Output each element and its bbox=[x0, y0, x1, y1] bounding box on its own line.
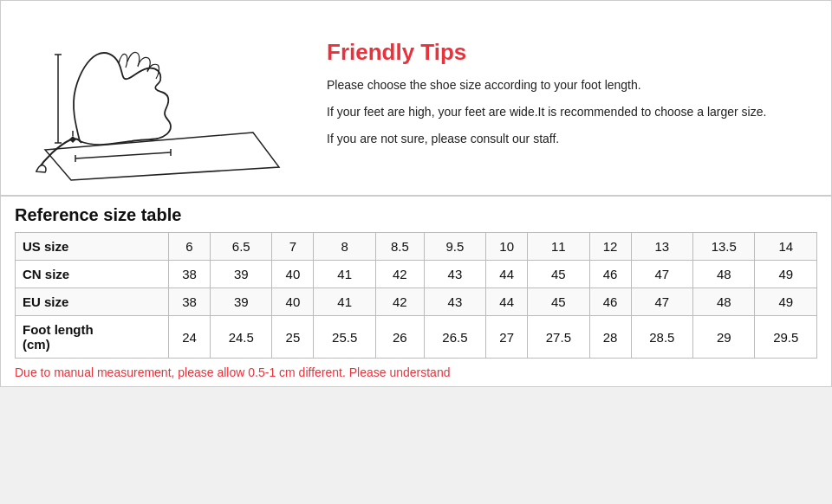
table-cell: 10 bbox=[486, 233, 528, 261]
table-cell: 48 bbox=[693, 288, 755, 316]
table-cell: 26 bbox=[375, 316, 424, 359]
table-cell: 49 bbox=[755, 288, 817, 316]
top-section: Friendly Tips Please choose the shoe siz… bbox=[1, 1, 831, 197]
disclaimer: Due to manual measurement, please allow … bbox=[15, 365, 817, 379]
table-cell: 24.5 bbox=[211, 316, 272, 359]
table-cell: 39 bbox=[211, 261, 272, 288]
table-cell: 45 bbox=[528, 261, 589, 288]
table-cell: 44 bbox=[486, 288, 528, 316]
table-row: CN size383940414243444546474849 bbox=[16, 261, 817, 288]
table-cell: 48 bbox=[693, 261, 755, 288]
table-cell: 46 bbox=[589, 261, 631, 288]
svg-marker-0 bbox=[45, 132, 279, 180]
table-cell: 42 bbox=[375, 288, 424, 316]
table-cell: 6 bbox=[168, 233, 210, 261]
table-section: Reference size table US size66.5788.59.5… bbox=[1, 197, 831, 386]
table-cell: 9.5 bbox=[424, 233, 485, 261]
main-container: Friendly Tips Please choose the shoe siz… bbox=[0, 0, 832, 387]
row-label: Foot length(cm) bbox=[16, 316, 169, 359]
table-title: Reference size table bbox=[15, 205, 817, 225]
table-cell: 38 bbox=[168, 288, 210, 316]
row-label: CN size bbox=[16, 261, 169, 288]
table-cell: 40 bbox=[272, 288, 314, 316]
table-cell: 13.5 bbox=[693, 233, 755, 261]
table-cell: 41 bbox=[314, 288, 375, 316]
table-cell: 42 bbox=[375, 261, 424, 288]
table-cell: 6.5 bbox=[211, 233, 272, 261]
table-cell: 11 bbox=[528, 233, 589, 261]
table-cell: 47 bbox=[631, 261, 692, 288]
table-cell: 29.5 bbox=[755, 316, 817, 359]
table-cell: 8.5 bbox=[375, 233, 424, 261]
table-cell: 38 bbox=[168, 261, 210, 288]
table-cell: 43 bbox=[424, 261, 485, 288]
table-cell: 12 bbox=[589, 233, 631, 261]
row-label: EU size bbox=[16, 288, 169, 316]
tips-line3: If you are not sure, please consult our … bbox=[327, 130, 817, 148]
tips-line2: If your feet are high, your feet are wid… bbox=[327, 103, 817, 121]
table-cell: 28 bbox=[589, 316, 631, 359]
table-cell: 44 bbox=[486, 261, 528, 288]
table-cell: 29 bbox=[693, 316, 755, 359]
table-cell: 14 bbox=[755, 233, 817, 261]
table-cell: 28.5 bbox=[631, 316, 692, 359]
table-cell: 46 bbox=[589, 288, 631, 316]
size-table: US size66.5788.59.51011121313.514CN size… bbox=[15, 232, 817, 359]
table-cell: 45 bbox=[528, 288, 589, 316]
table-cell: 25.5 bbox=[314, 316, 375, 359]
tips-title: Friendly Tips bbox=[327, 39, 817, 66]
table-cell: 8 bbox=[314, 233, 375, 261]
table-cell: 47 bbox=[631, 288, 692, 316]
table-cell: 27.5 bbox=[528, 316, 589, 359]
table-cell: 39 bbox=[211, 288, 272, 316]
foot-svg bbox=[28, 11, 296, 184]
table-cell: 13 bbox=[631, 233, 692, 261]
svg-line-1 bbox=[75, 152, 171, 158]
table-cell: 41 bbox=[314, 261, 375, 288]
table-cell: 49 bbox=[755, 261, 817, 288]
table-cell: 27 bbox=[486, 316, 528, 359]
table-cell: 7 bbox=[272, 233, 314, 261]
table-cell: 25 bbox=[272, 316, 314, 359]
foot-illustration bbox=[15, 11, 309, 184]
table-cell: 43 bbox=[424, 288, 485, 316]
tips-content: Friendly Tips Please choose the shoe siz… bbox=[309, 11, 817, 184]
tips-line1: Please choose the shoe size according to… bbox=[327, 76, 817, 94]
table-row: US size66.5788.59.51011121313.514 bbox=[16, 233, 817, 261]
row-label: US size bbox=[16, 233, 169, 261]
table-cell: 24 bbox=[168, 316, 210, 359]
table-cell: 40 bbox=[272, 261, 314, 288]
table-row: Foot length(cm)2424.52525.52626.52727.52… bbox=[16, 316, 817, 359]
table-row: EU size383940414243444546474849 bbox=[16, 288, 817, 316]
table-cell: 26.5 bbox=[424, 316, 485, 359]
